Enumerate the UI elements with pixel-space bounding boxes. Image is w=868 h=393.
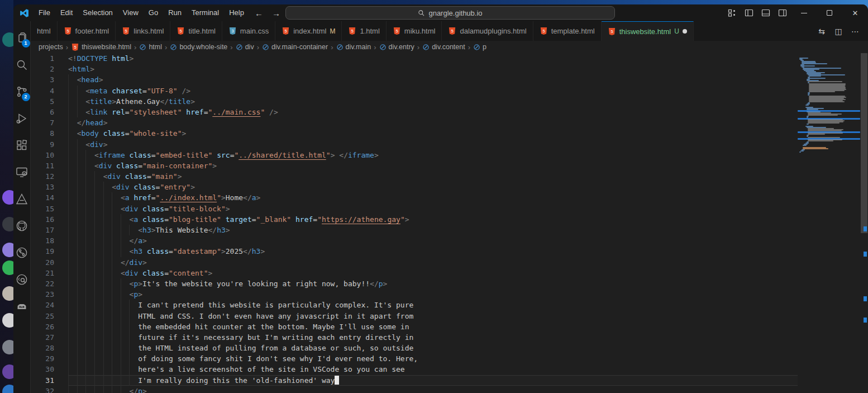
menu-terminal[interactable]: Terminal — [187, 4, 224, 21]
code-line-content[interactable]: of doing some fancy shit I don't see why… — [68, 353, 798, 364]
code-line-7[interactable]: 7 </head> — [31, 117, 798, 128]
toggle-panel-icon[interactable] — [757, 4, 774, 21]
code-line-11[interactable]: 11 <div class="main-container"> — [31, 160, 798, 171]
code-line-content[interactable]: <title>Athene.Gay</title> — [68, 96, 798, 107]
toggle-secondary-sidebar-icon[interactable] — [774, 4, 791, 21]
code-line-content[interactable]: </head> — [68, 117, 798, 128]
code-line-18[interactable]: 18 </a> — [31, 235, 798, 246]
code-line-content[interactable]: <h3 class="datestamp">2025</h3> — [68, 246, 798, 257]
scrollbar-thumb[interactable] — [861, 53, 867, 233]
maximize-button[interactable] — [817, 4, 842, 21]
code-line-content[interactable]: future if it's necessary but I'm writing… — [68, 332, 798, 343]
minimize-button[interactable] — [791, 4, 817, 21]
code-line-28[interactable]: 28 the HTML instead of pulling from a da… — [31, 343, 798, 353]
tab-links-html[interactable]: 5links.html — [116, 21, 170, 41]
breadcrumb-item-thiswebsite-html[interactable]: 5thiswebsite.html — [71, 43, 131, 51]
code-line-5[interactable]: 5 <title>Athene.Gay</title> — [31, 96, 798, 107]
editor-scrollbar[interactable] — [860, 53, 868, 393]
menu-view[interactable]: View — [118, 4, 144, 21]
code-line-content[interactable]: <p>It's the website you're looking at ri… — [68, 278, 798, 289]
code-line-content[interactable]: <div class="title-block"> — [68, 203, 798, 214]
code-line-19[interactable]: 19 <h3 class="datestamp">2025</h3> — [31, 246, 798, 257]
code-line-2[interactable]: 2<html> — [31, 64, 798, 74]
code-line-content[interactable]: <a href="../index.html">Home</a> — [68, 192, 798, 203]
customize-layout-icon[interactable] — [724, 4, 741, 21]
run-debug-icon[interactable] — [13, 105, 31, 132]
unsaved-dot-icon[interactable] — [683, 29, 687, 34]
extensions-icon[interactable] — [13, 132, 31, 159]
code-line-content[interactable]: <iframe class="embed-title" src="../shar… — [68, 150, 798, 160]
tab-main-css[interactable]: 3main.css — [222, 21, 275, 41]
code-line-content[interactable]: here's a live screenshot of the site in … — [68, 364, 798, 375]
nav-back-button[interactable]: ← — [255, 8, 263, 18]
code-line-content[interactable]: <!DOCTYPE html> — [68, 53, 798, 64]
minimap[interactable] — [798, 53, 860, 393]
breadcrumb-item-div-entry[interactable]: div.entry — [379, 43, 414, 51]
menu-selection[interactable]: Selection — [78, 4, 117, 21]
code-line-content[interactable]: the HTML instead of pulling from a datab… — [68, 343, 798, 353]
code-line-13[interactable]: 13 <div class="entry"> — [31, 182, 798, 192]
github-icon[interactable] — [13, 212, 31, 239]
code-line-content[interactable]: <body class="whole-site"> — [68, 128, 798, 139]
menu-help[interactable]: Help — [224, 4, 249, 21]
code-line-23[interactable]: 23 <p> — [31, 289, 798, 300]
godot-tools-icon[interactable] — [13, 293, 31, 320]
code-line-content[interactable]: the embedded hit counter at the bottom. … — [68, 321, 798, 332]
explorer-icon[interactable]: 1 — [13, 25, 31, 51]
code-line-content[interactable]: <h3>This Website</h3> — [68, 225, 798, 235]
code-line-content[interactable]: <html> — [68, 64, 798, 74]
code-line-9[interactable]: 9 <div> — [31, 139, 798, 150]
breadcrumb-item-p[interactable]: p — [473, 43, 487, 51]
code-line-16[interactable]: 16 <a class="blog-title" target="_blank"… — [31, 214, 798, 225]
code-line-22[interactable]: 22 <p>It's the website you're looking at… — [31, 278, 798, 289]
tab-1-html[interactable]: 51.html — [342, 21, 386, 41]
menu-go[interactable]: Go — [144, 4, 163, 21]
code-line-content[interactable]: <p> — [68, 289, 798, 300]
close-button[interactable]: ✕ — [842, 4, 868, 21]
code-line-3[interactable]: 3 <head> — [31, 74, 798, 85]
code-line-26[interactable]: 26 the embedded hit counter at the botto… — [31, 321, 798, 332]
menu-file[interactable]: File — [34, 4, 55, 21]
breadcrumb-item-body-whole-site[interactable]: body.whole-site — [170, 43, 227, 51]
code-search-icon[interactable] — [13, 266, 31, 293]
menu-edit[interactable]: Edit — [55, 4, 78, 21]
code-line-15[interactable]: 15 <div class="title-block"> — [31, 203, 798, 214]
code-line-content[interactable]: <link rel="stylesheet" href="../main.css… — [68, 107, 798, 117]
code-line-content[interactable]: <div class="entry"> — [68, 182, 798, 192]
code-line-29[interactable]: 29 of doing some fancy shit I don't see … — [31, 353, 798, 364]
breadcrumb-item-div-main-container[interactable]: div.main-container — [262, 43, 328, 51]
tab-index-html[interactable]: 5index.htmlM — [275, 21, 342, 41]
source-control-icon[interactable]: 2 — [13, 78, 31, 105]
code-line-4[interactable]: 4 <meta charset="UTF-8" /> — [31, 86, 798, 96]
code-line-32[interactable]: 32 </p> — [31, 386, 798, 393]
code-line-21[interactable]: 21 <div class="content"> — [31, 268, 798, 278]
tab-footer-html[interactable]: 5footer.html — [58, 21, 116, 41]
code-line-content[interactable]: <head> — [68, 74, 798, 85]
breadcrumb-item-projects[interactable]: projects — [39, 43, 63, 51]
breadcrumb-item-div-main[interactable]: div.main — [336, 43, 371, 51]
tab-template-html[interactable]: 5template.html — [533, 21, 602, 41]
code-line-content[interactable]: HTML and CSS. I don't even have any java… — [68, 311, 798, 321]
code-line-content[interactable]: </div> — [68, 257, 798, 268]
code-line-content[interactable]: <div> — [68, 139, 798, 150]
breadcrumb-item-div[interactable]: div — [236, 43, 254, 51]
code-line-31[interactable]: 31 I'm really doing this the 'old-fashio… — [31, 375, 798, 386]
code-line-content[interactable]: <meta charset="UTF-8" /> — [68, 86, 798, 96]
code-line-8[interactable]: 8 <body class="whole-site"> — [31, 128, 798, 139]
breadcrumb[interactable]: projects›5thiswebsite.html›html›body.who… — [31, 41, 868, 53]
tab-thiswebsite-html[interactable]: 5thiswebsite.htmlU — [602, 21, 694, 41]
code-line-24[interactable]: 24 I can't pretend this website is parti… — [31, 300, 798, 310]
code-line-content[interactable]: </p> — [68, 386, 798, 393]
code-line-content[interactable]: I can't pretend this website is particul… — [68, 300, 798, 310]
code-line-12[interactable]: 12 <div class="main"> — [31, 171, 798, 182]
code-line-content[interactable]: </a> — [68, 235, 798, 246]
code-line-10[interactable]: 10 <iframe class="embed-title" src="../s… — [31, 150, 798, 160]
more-actions-icon[interactable]: ⋯ — [848, 24, 862, 39]
tab-dalamudplugins-html[interactable]: 5dalamudplugins.html — [442, 21, 533, 41]
tab-title-html[interactable]: 5title.html — [170, 21, 222, 41]
code-line-14[interactable]: 14 <a href="../index.html">Home</a> — [31, 192, 798, 203]
breadcrumb-item-div-content[interactable]: div.content — [422, 43, 465, 51]
code-line-27[interactable]: 27 future if it's necessary but I'm writ… — [31, 332, 798, 343]
a-extension-icon[interactable] — [13, 186, 31, 212]
split-editor-icon[interactable]: ◫ — [831, 24, 846, 39]
